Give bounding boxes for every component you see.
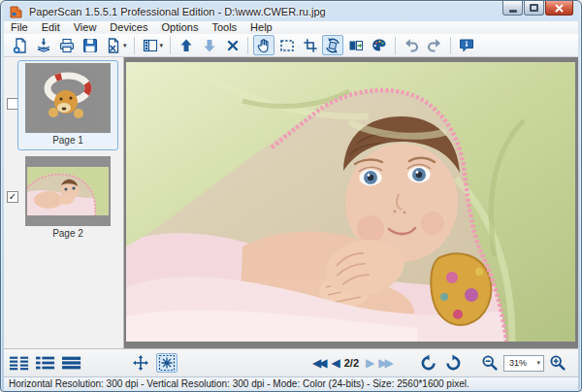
- delete-button[interactable]: [222, 35, 242, 55]
- save-icon: [81, 37, 99, 54]
- crop-button[interactable]: [300, 35, 320, 55]
- toolbar-separator: [134, 37, 135, 54]
- pan-tool-button[interactable]: [253, 35, 275, 55]
- pan-view-button[interactable]: [130, 353, 151, 373]
- rotate-ccw-icon: [420, 354, 437, 372]
- zoom-dropdown-caret[interactable]: ▾: [536, 359, 543, 367]
- acquire-scan-icon: [35, 37, 52, 54]
- fit-to-window-button[interactable]: [156, 353, 178, 373]
- page-1-label: Page 1: [18, 133, 117, 148]
- menu-bar: File Edit View Devices Options Tools Hel…: [4, 21, 578, 34]
- teddy-bear-photo-thumb: [38, 68, 98, 128]
- select-tool-button[interactable]: [276, 35, 298, 55]
- page-2-thumbnail-image: [25, 156, 111, 226]
- thumbnail-view-small-button[interactable]: [10, 355, 29, 371]
- annotation-button[interactable]: [456, 35, 477, 55]
- page-indicator: 2/2: [344, 357, 359, 369]
- next-page-button[interactable]: ▶: [366, 353, 372, 373]
- save-button[interactable]: [80, 35, 101, 55]
- window-controls: [501, 1, 573, 16]
- move-page-down-button[interactable]: [199, 35, 220, 55]
- menu-item-help[interactable]: Help: [243, 21, 279, 34]
- menu-item-tools[interactable]: Tools: [205, 21, 243, 34]
- maximize-icon: [530, 4, 538, 12]
- print-button[interactable]: [56, 35, 78, 55]
- first-page-button[interactable]: ◀◀: [312, 353, 324, 373]
- window-title: PaperScan 1.5.5.1 Professional Edition -…: [29, 6, 326, 17]
- baby-photo: [126, 62, 575, 342]
- previous-page-button[interactable]: ◀: [331, 353, 337, 373]
- minimize-icon: [509, 10, 517, 13]
- redo-button[interactable]: [424, 35, 445, 55]
- status-bar: Horizontal Resolution: 300 dpi - Vertica…: [4, 376, 578, 390]
- move-down-icon: [201, 37, 218, 54]
- toolbar-separator: [170, 37, 171, 54]
- status-text: Horizontal Resolution: 300 dpi - Vertica…: [9, 378, 469, 389]
- undo-icon: [403, 37, 420, 54]
- zoom-level-combobox[interactable]: 31% ▾: [503, 355, 544, 372]
- rotate-tool-button[interactable]: [322, 35, 343, 55]
- delete-page-dropdown-caret[interactable]: ▾: [123, 42, 127, 49]
- toolbar-separator: [247, 37, 248, 54]
- minimize-button[interactable]: [502, 1, 523, 16]
- image-adjust-icon: [347, 37, 365, 54]
- title-bar: PaperScan 1.5.5.1 Professional Edition -…: [1, 1, 581, 21]
- thumbnail-view-switcher: [10, 355, 81, 371]
- baby-photo-thumb: [27, 167, 109, 215]
- thumbnail-page-2[interactable]: Page 2: [17, 153, 118, 244]
- redo-icon: [426, 37, 443, 54]
- crop-icon: [303, 38, 318, 53]
- panel-layout-dropdown-caret[interactable]: ▾: [160, 42, 164, 49]
- page-1-thumbnail-image: [25, 63, 111, 133]
- fit-to-window-icon: [158, 354, 176, 372]
- thumbnail-view-large-button[interactable]: [62, 355, 81, 371]
- toolbar-separator: [395, 37, 396, 54]
- zoom-in-button[interactable]: [547, 353, 568, 373]
- thumbnail-page-1[interactable]: Page 1: [17, 60, 118, 150]
- menu-item-edit[interactable]: Edit: [35, 21, 67, 34]
- selection-rect-icon: [278, 37, 296, 54]
- thumbnail-panel: Page 1 ✓: [4, 57, 124, 348]
- zoom-in-icon: [549, 354, 566, 372]
- menu-item-view[interactable]: View: [67, 21, 104, 34]
- rotate-icon: [324, 37, 341, 54]
- new-document-button[interactable]: [10, 35, 31, 55]
- content-area: Page 1 ✓: [4, 57, 578, 348]
- toolbar-separator: [450, 37, 451, 54]
- acquire-button[interactable]: [33, 35, 54, 55]
- delete-page-button[interactable]: ▾: [103, 35, 129, 55]
- menu-item-file[interactable]: File: [4, 21, 35, 34]
- hand-pan-icon: [255, 37, 273, 54]
- menu-item-devices[interactable]: Devices: [103, 21, 154, 34]
- close-icon: [555, 4, 564, 13]
- main-toolbar: ▾ ▾: [4, 34, 578, 57]
- print-icon: [58, 37, 76, 54]
- rotate-ccw-button[interactable]: [418, 353, 439, 373]
- palette-button[interactable]: [369, 35, 390, 55]
- app-window: PaperScan 1.5.5.1 Professional Edition -…: [0, 0, 582, 392]
- page-navigation: ◀◀ ◀ 2/2 ▶ ▶▶: [312, 353, 391, 373]
- undo-button[interactable]: [401, 35, 422, 55]
- maximize-button[interactable]: [524, 1, 544, 16]
- last-page-button[interactable]: ▶▶: [378, 353, 390, 373]
- zoom-out-icon: [481, 354, 499, 372]
- menu-item-options[interactable]: Options: [154, 21, 205, 34]
- app-icon: [9, 4, 23, 18]
- thumbnail-view-detail-button[interactable]: [36, 355, 55, 371]
- view-tools: [130, 353, 178, 373]
- new-document-icon: [12, 37, 29, 54]
- annotation-info-icon: [458, 37, 475, 54]
- panel-layout-button[interactable]: ▾: [140, 35, 166, 55]
- image-viewer[interactable]: [124, 57, 578, 348]
- rotate-cw-icon: [444, 354, 462, 372]
- pan-arrows-icon: [132, 354, 149, 372]
- move-up-icon: [178, 37, 195, 54]
- bottom-toolbar: ◀◀ ◀ 2/2 ▶ ▶▶: [4, 348, 578, 376]
- move-page-up-button[interactable]: [176, 35, 197, 55]
- image-adjust-button[interactable]: [345, 35, 367, 55]
- page-2-label: Page 2: [18, 226, 117, 242]
- palette-icon: [371, 37, 388, 54]
- rotate-cw-button[interactable]: [442, 353, 464, 373]
- zoom-out-button[interactable]: [479, 353, 501, 373]
- close-button[interactable]: [545, 1, 573, 16]
